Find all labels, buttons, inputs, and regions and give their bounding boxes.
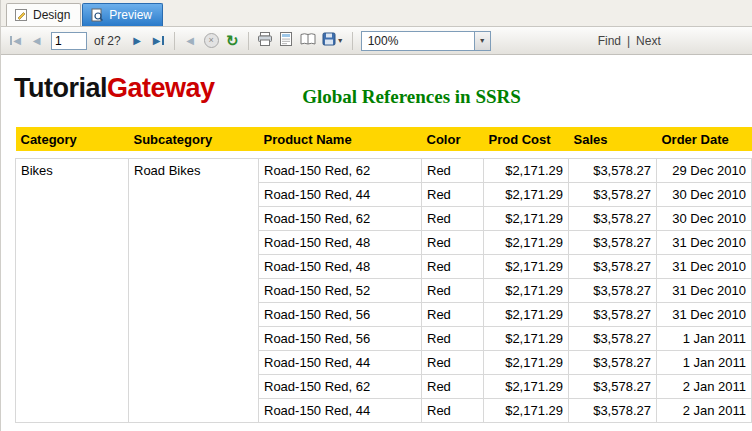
print-button[interactable]	[255, 31, 275, 51]
column-header: Order Date	[657, 127, 752, 151]
next-page-icon: ▶	[133, 36, 141, 46]
tab-design[interactable]: Design	[6, 3, 81, 26]
column-header: Sales	[569, 127, 657, 151]
group-cell: Bikes	[16, 158, 129, 422]
table-cell: $3,578.27	[569, 278, 657, 302]
page-setup-button[interactable]	[298, 31, 318, 51]
table-cell: Road-150 Red, 62	[259, 206, 422, 230]
prev-page-icon: ◀	[33, 36, 41, 46]
table-cell: Red	[422, 206, 484, 230]
report-viewer-window: Design Preview ◀ ◀ of 2? ▶ ▶	[0, 0, 752, 431]
table-cell: $3,578.27	[569, 182, 657, 206]
table-cell: 1 Jan 2011	[657, 326, 752, 350]
stop-icon: ×	[204, 33, 219, 48]
table-cell: Road-150 Red, 62	[259, 158, 422, 182]
tab-preview[interactable]: Preview	[82, 3, 163, 26]
table-cell: $3,578.27	[569, 254, 657, 278]
table-cell: 31 Dec 2010	[657, 230, 752, 254]
zoom-value: 100%	[368, 34, 399, 48]
page-number-input[interactable]	[51, 32, 87, 50]
printer-icon	[257, 32, 273, 49]
table-cell: $3,578.27	[569, 374, 657, 398]
logo-part-black: Tutorial	[14, 73, 107, 103]
table-cell: 2 Jan 2011	[657, 374, 752, 398]
table-cell: $2,171.29	[484, 230, 569, 254]
table-cell: 29 Dec 2010	[657, 158, 752, 182]
tab-preview-label: Preview	[109, 8, 152, 22]
refresh-button[interactable]: ↻	[223, 31, 242, 51]
table-cell: 30 Dec 2010	[657, 182, 752, 206]
print-layout-icon	[279, 32, 293, 49]
table-cell: Road-150 Red, 48	[259, 230, 422, 254]
table-cell: Red	[422, 278, 484, 302]
report-canvas: TutorialGateway Global References in SSR…	[1, 55, 752, 431]
table-cell: Road-150 Red, 44	[259, 398, 422, 422]
print-layout-button[interactable]	[277, 31, 296, 51]
column-header: Product Name	[259, 127, 422, 151]
table-cell: Road-150 Red, 56	[259, 302, 422, 326]
last-page-button[interactable]: ▶	[149, 31, 168, 51]
logo-part-red: Gateway	[107, 73, 215, 103]
table-cell: Road-150 Red, 44	[259, 182, 422, 206]
refresh-icon: ↻	[226, 33, 239, 48]
prev-page-button[interactable]: ◀	[27, 31, 46, 51]
page-count-label: of 2?	[94, 34, 121, 48]
export-button[interactable]: ▼	[320, 31, 346, 51]
first-page-button[interactable]: ◀	[6, 31, 25, 51]
toolbar-separator	[352, 32, 353, 50]
stop-rendering-button[interactable]: ×	[202, 31, 221, 51]
tab-design-label: Design	[33, 8, 70, 22]
table-cell: $3,578.27	[569, 230, 657, 254]
next-page-button[interactable]: ▶	[128, 31, 147, 51]
table-cell: Red	[422, 230, 484, 254]
table-cell: $3,578.27	[569, 302, 657, 326]
tab-strip: Design Preview	[1, 0, 752, 27]
table-cell: $3,578.27	[569, 350, 657, 374]
table-cell: 2 Jan 2011	[657, 398, 752, 422]
first-page-icon	[10, 36, 12, 45]
zoom-select[interactable]: 100% ▼	[361, 31, 491, 51]
find-next-link[interactable]: Next	[636, 34, 661, 48]
table-cell: $3,578.27	[569, 326, 657, 350]
table-cell: Red	[422, 398, 484, 422]
spacer-row	[16, 151, 752, 158]
table-cell: 1 Jan 2011	[657, 350, 752, 374]
table-cell: $3,578.27	[569, 398, 657, 422]
zoom-dropdown-button[interactable]: ▼	[474, 32, 490, 50]
table-cell: $2,171.29	[484, 206, 569, 230]
table-cell: Red	[422, 350, 484, 374]
table-cell: Red	[422, 374, 484, 398]
back-to-parent-button[interactable]: ◀	[181, 31, 200, 51]
toolbar-separator	[248, 32, 249, 50]
table-cell: Road-150 Red, 56	[259, 326, 422, 350]
table-cell: $2,171.29	[484, 374, 569, 398]
table-cell: $2,171.29	[484, 398, 569, 422]
last-page-icon	[162, 36, 164, 45]
table-cell: Road-150 Red, 44	[259, 350, 422, 374]
table-cell: Road-150 Red, 52	[259, 278, 422, 302]
back-arrow-icon: ◀	[186, 36, 194, 46]
export-disk-icon	[322, 32, 336, 49]
table-cell: Red	[422, 182, 484, 206]
table-cell: Red	[422, 254, 484, 278]
page-setup-book-icon	[300, 32, 316, 49]
find-link[interactable]: Find	[598, 34, 621, 48]
find-next-divider: |	[627, 34, 630, 48]
table-cell: $2,171.29	[484, 302, 569, 326]
table-cell: Road-150 Red, 48	[259, 254, 422, 278]
table-cell: 31 Dec 2010	[657, 254, 752, 278]
column-header: Color	[422, 127, 484, 151]
design-icon	[14, 8, 28, 22]
group-cell: Road Bikes	[129, 158, 259, 422]
table-cell: 31 Dec 2010	[657, 302, 752, 326]
column-header: Subcategory	[129, 127, 259, 151]
table-row: BikesRoad BikesRoad-150 Red, 62Red$2,171…	[16, 158, 752, 182]
table-cell: $2,171.29	[484, 326, 569, 350]
find-controls: Find | Next	[598, 34, 661, 48]
report-table-body: BikesRoad BikesRoad-150 Red, 62Red$2,171…	[16, 158, 752, 422]
table-cell: $2,171.29	[484, 182, 569, 206]
table-cell: Red	[422, 158, 484, 182]
table-cell: $2,171.29	[484, 254, 569, 278]
table-cell: Red	[422, 326, 484, 350]
table-cell: $2,171.29	[484, 158, 569, 182]
